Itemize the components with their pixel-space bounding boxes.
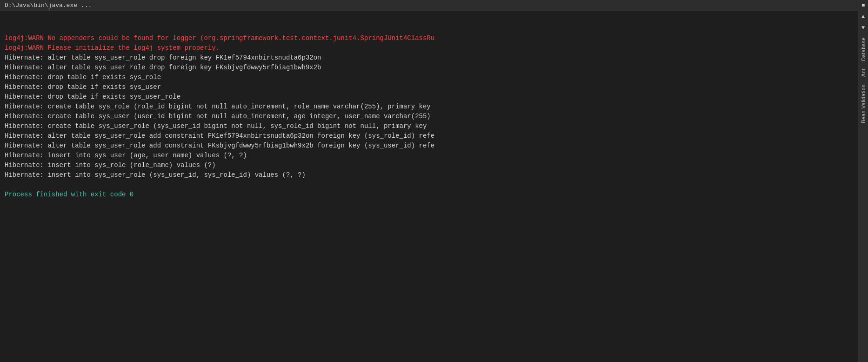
main-content: log4j:WARN No appenders could be found f…	[0, 11, 858, 362]
console-line: Process finished with exit code 0	[5, 190, 853, 200]
console-line: log4j:WARN Please initialize the log4j s…	[5, 43, 853, 53]
console-line: Hibernate: drop table if exists sys_user…	[5, 92, 853, 102]
top-bar: D:\Java\bin\java.exe ...	[0, 0, 858, 11]
sidebar-icon-1[interactable]: ■	[860, 2, 867, 9]
console-line: Hibernate: insert into sys_role (role_na…	[5, 161, 853, 170]
right-sidebar: ■ ▲ ▼ Database Ant Bean Validation	[858, 0, 868, 362]
console-line: Hibernate: drop table if exists sys_user	[5, 82, 853, 92]
sidebar-tab-bean-validation[interactable]: Bean Validation	[860, 80, 867, 127]
console-panel: D:\Java\bin\java.exe ... log4j:WARN No a…	[0, 0, 858, 362]
console-line: Hibernate: create table sys_role (role_i…	[5, 102, 853, 112]
console-line: Hibernate: insert into sys_user (age, us…	[5, 151, 853, 161]
console-line: Hibernate: drop table if exists sys_role	[5, 73, 853, 82]
console-line: Hibernate: alter table sys_user_role add…	[5, 141, 853, 151]
sidebar-icon-3[interactable]: ▼	[860, 24, 867, 32]
console-output[interactable]: log4j:WARN No appenders could be found f…	[0, 11, 858, 362]
console-line: log4j:WARN No appenders could be found f…	[5, 34, 853, 43]
console-line: Hibernate: create table sys_user_role (s…	[5, 121, 853, 131]
sidebar-icon-2[interactable]: ▲	[860, 13, 867, 20]
console-line: Hibernate: create table sys_user (user_i…	[5, 112, 853, 121]
console-line: Hibernate: alter table sys_user_role dro…	[5, 63, 853, 73]
console-line	[5, 180, 853, 190]
command-text: D:\Java\bin\java.exe ...	[5, 2, 92, 9]
sidebar-tab-database[interactable]: Database	[860, 34, 867, 65]
sidebar-tab-ant[interactable]: Ant	[860, 65, 867, 80]
console-line: Hibernate: alter table sys_user_role dro…	[5, 53, 853, 63]
console-line: Hibernate: insert into sys_user_role (sy…	[5, 170, 853, 180]
console-line: Hibernate: alter table sys_user_role add…	[5, 131, 853, 141]
